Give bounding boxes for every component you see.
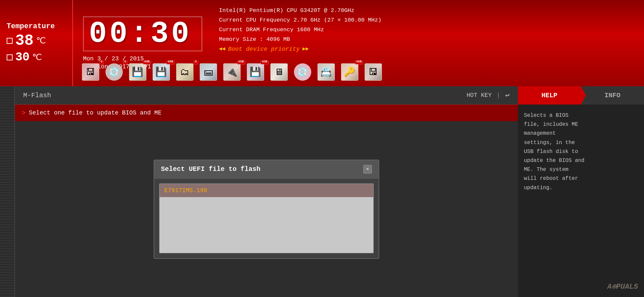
select-arrow-icon: > (22, 109, 26, 117)
usb-badge-12: USB (355, 60, 363, 64)
file-item-1[interactable]: E7917IMS.190 (160, 184, 373, 197)
disc-icon: 💿 (108, 66, 120, 78)
pink-disc-icon: 💿 (297, 66, 309, 78)
boot-icon-9[interactable]: 🖥 (268, 62, 290, 82)
watermark: A⊕PUALS (608, 283, 638, 291)
right-panel: HELP INFO Selects a BIOS file, includes … (518, 86, 644, 297)
usb-badge-4: USB (167, 60, 175, 64)
floppy-icon: 🖫 (85, 66, 97, 78)
dialog-close-button[interactable]: × (363, 165, 372, 174)
center-content: M-Flash HOT KEY | ↩ > Select one file to… (15, 86, 518, 297)
usb-drive-icon-1: 💾 (132, 66, 144, 78)
dialog-title: Select UEFI file to flash (161, 165, 260, 173)
temp1-value: 38 (15, 33, 34, 48)
boot-icon-11[interactable]: 📇 (315, 62, 337, 82)
boot-icon-2[interactable]: 💿 U (103, 62, 125, 82)
boot-icon-4[interactable]: 💾 USB (150, 62, 172, 82)
cpu-freq: Current CPU Frequency 2.70 GHz (27 × 100… (219, 16, 637, 25)
boot-icon-6[interactable]: 🖴 (197, 62, 219, 82)
left-sidebar (0, 86, 15, 297)
main-content: M-Flash HOT KEY | ↩ > Select one file to… (0, 86, 644, 297)
header: Temperature 38 ℃ 30 ℃ 00:30 Mon 3 / 23 /… (0, 0, 644, 86)
usb-key-icon: 🔑 (344, 66, 356, 78)
back-button[interactable]: ↩ (505, 91, 510, 100)
usb-badge-3: USB (143, 60, 151, 64)
dialog-title-bar: Select UEFI file to flash × (154, 160, 379, 179)
temp2-indicator (7, 54, 13, 60)
select-file-text: Select one file to update BIOS and ME (29, 110, 162, 116)
hot-key-label: HOT KEY (466, 92, 492, 99)
boot-icon-8[interactable]: 💾 USB (245, 62, 266, 82)
help-text: Selects a BIOS file, includes ME managem… (524, 111, 638, 192)
boot-icon-3[interactable]: 💾 USB (127, 62, 148, 82)
tab-info[interactable]: INFO (581, 86, 644, 105)
boot-left-arrow-icon: ◄◄ (219, 46, 225, 52)
temperature-section: Temperature 38 ℃ 30 ℃ (0, 0, 73, 86)
boot-icon-13[interactable]: 🖫 (362, 62, 384, 82)
clock-display: 00:30 (83, 16, 202, 51)
card-icon: 🗂 (179, 66, 191, 78)
file-list: E7917IMS.190 (159, 184, 374, 253)
dram-freq: Current DRAM Frequency 1600 MHz (219, 25, 637, 35)
temp1-row: 38 ℃ (7, 33, 66, 48)
tab-info-label: INFO (605, 92, 620, 99)
temp1-unit: ℃ (36, 36, 46, 46)
right-panel-tabs: HELP INFO (518, 86, 644, 105)
temperature-label: Temperature (7, 22, 66, 31)
hotkey-section: HOT KEY | ↩ (466, 91, 510, 100)
right-panel-content: Selects a BIOS file, includes ME managem… (518, 105, 644, 279)
temp2-unit: ℃ (32, 52, 42, 63)
boot-icons-row: 🖫 U 💿 U 💾 USB 💾 USB 🗂 (73, 60, 644, 84)
boot-icon-1[interactable]: 🖫 U (80, 62, 101, 82)
usb-drive-icon-2: 💾 (155, 66, 167, 78)
dialog-body: E7917IMS.190 (154, 179, 379, 258)
temp2-row: 30 ℃ (7, 50, 66, 64)
floppy2-icon: 🖫 (367, 66, 379, 78)
boot-icon-10[interactable]: 💿 (292, 62, 313, 82)
tab-help-label: HELP (541, 92, 557, 99)
dialog-box: Select UEFI file to flash × E7917IMS.190 (154, 160, 379, 259)
cpu-info: Intel(R) Pentium(R) CPU G3420T @ 2.70GHz (219, 6, 637, 16)
boot-icon-12[interactable]: 🔑 USB (339, 62, 360, 82)
boot-icon-7[interactable]: 🔌 USB (221, 62, 243, 82)
memory-size: Memory Size : 4096 MB (219, 35, 637, 44)
boot-icon-5[interactable]: 🗂 U (174, 62, 195, 82)
boot-right-arrow-icon: ►► (302, 46, 309, 52)
tab-help[interactable]: HELP (518, 86, 581, 105)
usb-drive-icon-3: 💾 (250, 66, 261, 78)
usb-badge-7: USB (237, 60, 245, 64)
temp1-indicator (7, 38, 13, 44)
card2-icon: 📇 (320, 66, 332, 78)
boot-priority-label: Boot device priority (228, 46, 300, 52)
boot-priority-row: ◄◄ Boot device priority ►► (219, 46, 637, 52)
usb-badge-8: USB (261, 60, 269, 64)
temp2-value: 30 (15, 50, 30, 64)
m-flash-label: M-Flash (23, 92, 51, 99)
usb-stick-icon: 🔌 (226, 66, 238, 78)
dialog-area: Select UEFI file to flash × E7917IMS.190 (15, 121, 518, 297)
large-hdd-icon: 🖥 (273, 66, 285, 78)
hdd-icon: 🖴 (202, 66, 214, 78)
select-file-bar: > Select one file to update BIOS and ME (15, 105, 518, 121)
top-bar: M-Flash HOT KEY | ↩ (15, 86, 518, 105)
hotkey-divider: | (497, 92, 500, 99)
